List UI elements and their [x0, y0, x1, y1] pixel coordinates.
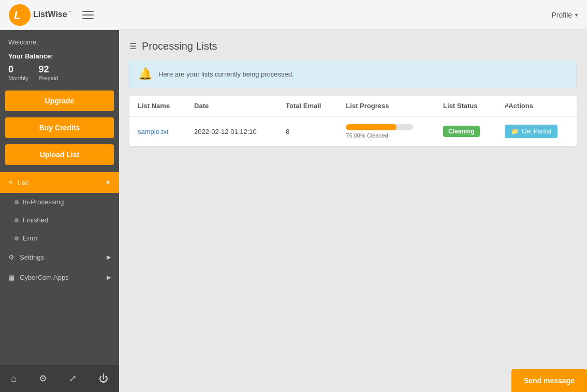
send-message-button[interactable]: Send message: [511, 369, 587, 392]
logo-text: ListWise™: [33, 10, 72, 19]
grid-icon: ▦: [8, 274, 14, 281]
sidebar-item-list[interactable]: ≡ List ▼: [0, 172, 119, 193]
monthly-balance: 0 Monthly: [8, 64, 28, 81]
upgrade-button[interactable]: Upgrade: [5, 91, 114, 111]
upload-list-button[interactable]: Upload List: [5, 144, 114, 165]
prepaid-balance-num: 92: [39, 64, 49, 75]
sidebar: Welcome, Your Balance: 0 Monthly 92 Prep…: [0, 30, 119, 392]
bell-icon: 🔔: [138, 67, 152, 81]
dot-icon: [14, 236, 19, 240]
col-total-email: Total Email: [277, 96, 337, 116]
monthly-label: Monthly: [8, 75, 28, 81]
welcome-text: Welcome,: [0, 30, 119, 50]
processing-table: List Name Date Total Email List Progress…: [129, 96, 577, 146]
settings-label: Settings: [20, 253, 44, 261]
bottom-navbar: ⌂ ⚙ ⤢ ⏻: [0, 365, 119, 392]
balance-label: Your Balance:: [0, 50, 119, 62]
cell-total-email: 8: [277, 116, 337, 146]
sidebar-subitem-in-processing[interactable]: In-Processing: [0, 193, 119, 211]
page-header: ☰ Processing Lists: [129, 40, 577, 52]
sidebar-item-cybercom[interactable]: ▦ CyberCom Apps ▶: [0, 267, 119, 288]
list-nav-label: List: [18, 179, 28, 187]
gear-icon: ⚙: [8, 253, 14, 261]
cell-status: Cleaning: [435, 116, 496, 146]
error-label: Error: [23, 234, 38, 242]
prepaid-label: Prepaid: [39, 75, 58, 81]
col-list-status: List Status: [435, 96, 496, 116]
get-partial-button[interactable]: 📁 Get Partial: [505, 125, 557, 138]
power-button[interactable]: ⏻: [95, 369, 112, 388]
sidebar-item-settings[interactable]: ⚙ Settings ▶: [0, 247, 119, 267]
table-header-row: List Name Date Total Email List Progress…: [129, 96, 577, 116]
home-button[interactable]: ⌂: [7, 369, 21, 388]
page-title: Processing Lists: [142, 40, 217, 52]
balance-row: 0 Monthly 92 Prepaid: [0, 62, 119, 87]
progress-label: 75.00% Cleaned: [346, 132, 427, 139]
cybercom-label: CyberCom Apps: [20, 274, 69, 281]
alert-banner: 🔔 Here are your lists currently being pr…: [129, 61, 577, 87]
logo: L ListWise™: [8, 4, 72, 26]
table-body: sample.txt 2022-02-12 01:12:10 8 75.00% …: [129, 116, 577, 146]
table-wrapper: List Name Date Total Email List Progress…: [129, 96, 577, 146]
processing-lists-card: List Name Date Total Email List Progress…: [129, 96, 577, 146]
alert-message: Here are your lists currently being proc…: [158, 70, 294, 78]
settings-bottom-button[interactable]: ⚙: [35, 369, 51, 388]
table-row: sample.txt 2022-02-12 01:12:10 8 75.00% …: [129, 116, 577, 146]
status-badge: Cleaning: [443, 126, 480, 137]
chevron-right-icon: ▶: [107, 254, 111, 261]
expand-button[interactable]: ⤢: [65, 369, 81, 388]
progress-bar-fill: [346, 124, 397, 130]
chevron-right-icon2: ▶: [107, 274, 111, 281]
col-actions: #Actions: [496, 96, 577, 116]
list-name-link[interactable]: sample.txt: [138, 128, 168, 135]
cell-progress: 75.00% Cleaned: [337, 116, 435, 146]
list-header-icon: ☰: [129, 41, 137, 51]
hamburger-line1: [82, 11, 94, 12]
cell-date: 2022-02-12 01:12:10: [186, 116, 277, 146]
cell-list-name: sample.txt: [129, 116, 186, 146]
buy-credits-button[interactable]: Buy Credits: [5, 117, 114, 138]
profile-button[interactable]: Profile: [551, 11, 579, 19]
col-list-name: List Name: [129, 96, 186, 116]
dot-icon: [14, 218, 19, 222]
in-processing-label: In-Processing: [23, 198, 64, 206]
monthly-balance-num: 0: [8, 64, 13, 75]
nav-left: L ListWise™: [8, 4, 94, 26]
list-icon: ≡: [8, 178, 12, 187]
chevron-down-icon: ▼: [105, 179, 111, 186]
col-list-progress: List Progress: [337, 96, 435, 116]
progress-container: 75.00% Cleaned: [346, 124, 427, 139]
logo-icon: L: [8, 4, 31, 26]
dot-icon: [14, 200, 19, 204]
col-date: Date: [186, 96, 277, 116]
sidebar-subitem-finished[interactable]: Finished: [0, 211, 119, 229]
prepaid-balance: 92 Prepaid: [39, 64, 58, 81]
main-layout: Welcome, Your Balance: 0 Monthly 92 Prep…: [0, 30, 587, 392]
hamburger-button[interactable]: [82, 11, 94, 19]
table-header: List Name Date Total Email List Progress…: [129, 96, 577, 116]
get-partial-label: Get Partial: [522, 128, 551, 135]
finished-label: Finished: [23, 216, 48, 224]
svg-text:L: L: [14, 9, 21, 22]
download-icon: 📁: [511, 128, 519, 135]
main-content: ☰ Processing Lists 🔔 Here are your lists…: [119, 30, 587, 392]
top-navbar: L ListWise™ Profile: [0, 0, 587, 30]
hamburger-line2: [82, 14, 94, 16]
hamburger-line3: [82, 18, 94, 19]
sidebar-subitem-error[interactable]: Error: [0, 229, 119, 247]
cell-actions: 📁 Get Partial: [496, 116, 577, 146]
progress-bar-bg: [346, 124, 413, 130]
